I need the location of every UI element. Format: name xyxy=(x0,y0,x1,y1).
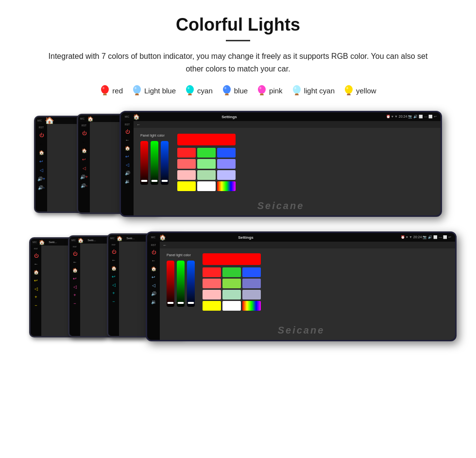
pink-bulb-icon xyxy=(256,84,267,97)
page-title: Colorful Lights xyxy=(29,15,447,35)
color-indicators-row: red Light blue cyan xyxy=(29,84,447,97)
svg-point-3 xyxy=(102,87,104,89)
page-container: Colorful Lights Integrated with 7 colors… xyxy=(0,0,476,363)
cyan-bulb-icon xyxy=(185,84,195,97)
header-description: Integrated with 7 colors of button indic… xyxy=(39,50,437,75)
bottom-mockup-section: MIC 🏠 Setti... RST ⏻ ← 🏠 ↩ ◁ + − xyxy=(29,231,447,343)
main-device-bottom: MIC 🏠 Settings ⏰ ♥ ▼ 20:24 📷 🔊 ⬜ — ⬜ ↩ R… xyxy=(146,231,457,341)
svg-point-8 xyxy=(186,85,194,94)
color-label-pink: pink xyxy=(269,87,283,95)
top-settings-title: Settings xyxy=(221,115,237,119)
top-time: 20:24 xyxy=(399,115,408,118)
svg-point-27 xyxy=(346,87,348,89)
svg-rect-10 xyxy=(188,94,192,95)
yellow-bulb-icon xyxy=(343,84,354,97)
main-device-top: MIC 🏠 Settings ⏰ ♥ ▼ 20:24 📷 🔊 ⬜ — ⬜ ↩ R… xyxy=(119,111,442,217)
svg-point-7 xyxy=(135,87,136,89)
header-divider xyxy=(226,40,250,41)
bottom-settings-title: Settings xyxy=(238,235,254,240)
svg-point-16 xyxy=(258,85,266,94)
svg-point-23 xyxy=(294,87,296,89)
svg-point-11 xyxy=(187,87,189,89)
svg-point-20 xyxy=(293,85,301,94)
svg-point-12 xyxy=(223,85,231,94)
svg-rect-26 xyxy=(347,94,351,95)
color-item-lightblue: Light blue xyxy=(132,84,176,97)
bottom-time: 20:24 xyxy=(413,235,422,239)
svg-point-24 xyxy=(345,85,353,94)
color-label-yellow: yellow xyxy=(356,87,376,95)
color-label-lightcyan: light cyan xyxy=(304,87,335,95)
svg-point-4 xyxy=(133,85,141,94)
color-item-red: red xyxy=(100,84,123,97)
panel-label-bottom: Panel light color xyxy=(167,253,195,257)
svg-point-0 xyxy=(101,85,109,94)
svg-point-15 xyxy=(224,87,226,89)
lightblue-bulb-icon xyxy=(132,84,142,97)
svg-rect-22 xyxy=(295,94,299,95)
top-mockup-section: MIC 🏠 RST ⏻ ← 🏠 ↩ ◁ 🔊+ 🔊- xyxy=(29,111,447,218)
color-item-cyan: cyan xyxy=(185,84,213,97)
svg-point-19 xyxy=(259,87,261,89)
color-item-pink: pink xyxy=(256,84,283,97)
red-bulb-icon xyxy=(100,84,110,97)
svg-rect-2 xyxy=(103,94,107,95)
color-label-red: red xyxy=(112,87,123,95)
blue-bulb-icon xyxy=(221,84,232,97)
svg-rect-14 xyxy=(225,94,229,95)
color-label-blue: blue xyxy=(234,87,248,95)
color-item-blue: blue xyxy=(221,84,248,97)
panel-label-top: Panel light color xyxy=(140,134,169,137)
color-label-lightblue: Light blue xyxy=(144,87,176,95)
lightcyan-bulb-icon xyxy=(291,84,302,97)
svg-rect-6 xyxy=(135,94,139,95)
color-item-lightcyan: light cyan xyxy=(291,84,335,97)
svg-rect-18 xyxy=(260,94,264,95)
color-label-cyan: cyan xyxy=(197,87,213,95)
color-item-yellow: yellow xyxy=(343,84,376,97)
